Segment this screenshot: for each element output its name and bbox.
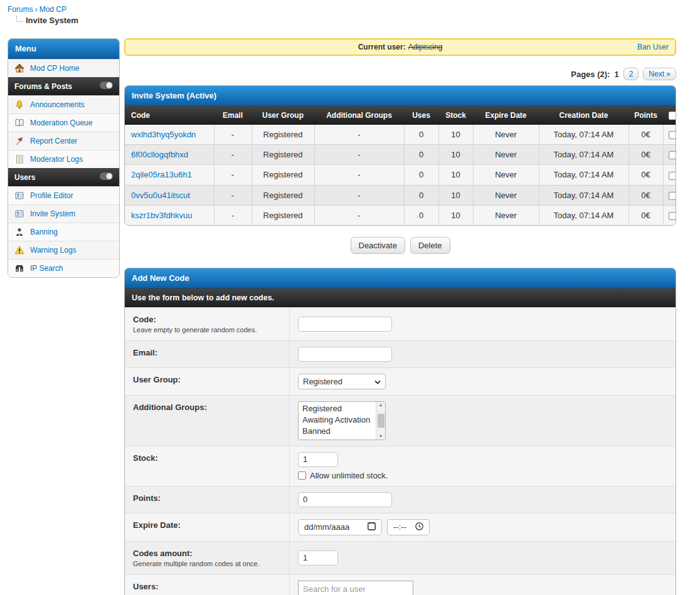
points-input[interactable] <box>298 492 392 507</box>
stock-input[interactable] <box>298 452 338 467</box>
row-checkbox[interactable] <box>669 172 676 180</box>
bulk-actions: Deactivate Delete <box>124 237 676 254</box>
time-placeholder: --:-- <box>393 522 406 532</box>
pages-label: Pages (2): <box>571 70 610 79</box>
column-header-expire-date: Expire Date <box>473 106 539 125</box>
invite-code-link[interactable]: 2qile05ra13u6h1 <box>131 170 192 179</box>
profile-card-icon <box>14 191 24 201</box>
user-group-label: User Group: <box>133 375 281 384</box>
scroll-down-icon[interactable]: ▼ <box>379 434 383 439</box>
clock-icon[interactable] <box>415 522 423 532</box>
sidebar-item-label: Moderator Logs <box>30 155 83 164</box>
codes-amount-label: Codes amount: <box>133 549 281 558</box>
deactivate-button[interactable]: Deactivate <box>351 237 405 254</box>
listbox-scrollbar[interactable]: ▲ ▼ <box>376 402 385 440</box>
sidebar-item-label: Profile Editor <box>30 191 73 200</box>
warning-icon <box>14 245 24 255</box>
sidebar-item-label: Invite System <box>30 209 75 218</box>
invite-code-link[interactable]: 6f00cllogqfbhxd <box>131 150 188 159</box>
row-checkbox[interactable] <box>669 131 676 139</box>
listbox-option[interactable]: Awaiting Activation <box>302 414 376 426</box>
stock-label: Stock: <box>133 453 281 463</box>
user-search-input[interactable] <box>298 581 413 595</box>
row-checkbox[interactable] <box>669 151 676 159</box>
codes-amount-input[interactable] <box>298 550 338 566</box>
email-label: Email: <box>133 348 281 357</box>
row-checkbox[interactable] <box>669 192 676 200</box>
table-row: 2qile05ra13u6h1 - Registered - 0 10 Neve… <box>125 165 676 185</box>
scroll-up-icon[interactable]: ▲ <box>379 403 383 408</box>
home-icon <box>14 63 24 73</box>
form-row-users: Users: <box>125 574 676 595</box>
column-header-user-group: User Group <box>252 106 314 125</box>
table-row: kszr1bv3fdhkvuu - Registered - 0 10 Neve… <box>125 205 676 225</box>
form-row-email: Email: <box>125 340 676 367</box>
column-header-uses: Uses <box>404 106 438 125</box>
select-all-checkbox[interactable] <box>669 112 677 120</box>
scrollbar-thumb[interactable] <box>378 414 384 428</box>
user-icon <box>14 227 24 237</box>
unlimited-stock-checkbox[interactable] <box>298 471 306 480</box>
invite-code-link[interactable]: kszr1bv3fdhkvuu <box>131 211 193 220</box>
listbox-option[interactable]: Banned <box>302 426 376 437</box>
form-row-code: Code: Leave empty to generate random cod… <box>125 307 676 340</box>
column-header-code: Code <box>125 106 214 125</box>
additional-groups-label: Additional Groups: <box>133 403 281 412</box>
column-header-select-all <box>663 106 676 125</box>
email-input[interactable] <box>298 347 392 362</box>
book-icon <box>14 118 24 128</box>
sidebar-item-profile-editor[interactable]: Profile Editor <box>8 186 119 204</box>
tree-connector-icon <box>16 16 23 22</box>
breadcrumb-link-modcp[interactable]: Mod CP <box>40 5 66 14</box>
current-page-number: 1 <box>614 70 618 79</box>
expire-time-input[interactable]: --:-- <box>387 519 430 535</box>
sidebar-item-announcements[interactable]: Announcements <box>8 95 119 113</box>
code-input[interactable] <box>298 317 392 332</box>
invite-table-title: Invite System (Active) <box>125 86 676 106</box>
column-header-points: Points <box>628 106 663 125</box>
sidebar-item-moderator-logs[interactable]: Moderator Logs <box>8 150 119 168</box>
ban-user-link[interactable]: Ban User <box>637 43 669 51</box>
sidebar-category-users[interactable]: Users <box>8 168 119 186</box>
breadcrumb-link-forums[interactable]: Forums <box>8 5 33 14</box>
sidebar-item-modcp-home[interactable]: Mod CP Home <box>8 59 119 77</box>
sidebar: Menu Mod CP Home Forums & Posts Announce… <box>8 38 120 278</box>
date-placeholder: dd/mm/aaaa <box>304 522 349 532</box>
invite-table: Code Email User Group Additional Groups … <box>125 106 676 225</box>
sidebar-item-banning[interactable]: Banning <box>8 223 119 241</box>
toggle-icon[interactable] <box>100 82 113 91</box>
form-row-codes-amount: Codes amount: Generate multiple random c… <box>125 541 676 574</box>
sidebar-item-invite-system[interactable]: Invite System <box>8 204 119 223</box>
sidebar-item-ip-search[interactable]: IP Search <box>8 259 119 277</box>
breadcrumb-separator: › <box>35 5 38 14</box>
sidebar-category-label: Users <box>14 173 35 182</box>
toggle-icon[interactable] <box>100 172 113 182</box>
sidebar-category-forums-posts[interactable]: Forums & Posts <box>8 77 119 95</box>
form-row-user-group: User Group: Registered <box>125 367 676 395</box>
sidebar-item-label: Report Center <box>30 137 77 145</box>
code-label: Code: <box>133 315 281 324</box>
page-2-button[interactable]: 2 <box>623 68 639 80</box>
calendar-icon[interactable] <box>368 522 376 532</box>
next-page-button[interactable]: Next » <box>643 68 676 80</box>
row-checkbox[interactable] <box>669 212 676 220</box>
log-icon <box>14 154 24 164</box>
sidebar-category-label: Forums & Posts <box>14 82 72 91</box>
add-code-title: Add New Code <box>125 268 676 288</box>
column-header-additional-groups: Additional Groups <box>314 106 404 125</box>
sidebar-item-label: Banning <box>30 228 58 236</box>
delete-button[interactable]: Delete <box>410 237 450 254</box>
users-label: Users: <box>133 582 281 591</box>
listbox-option[interactable]: Registered <box>302 403 376 414</box>
sidebar-item-label: Announcements <box>30 100 85 109</box>
sidebar-item-moderation-queue[interactable]: Moderation Queue <box>8 113 119 132</box>
user-group-select[interactable]: Registered <box>298 374 386 389</box>
invite-code-link[interactable]: 0vv5u0u41itscut <box>131 191 190 200</box>
codes-amount-description: Generate multiple random codes at once. <box>133 560 281 567</box>
sidebar-item-warning-logs[interactable]: Warning Logs <box>8 241 119 259</box>
sidebar-item-label: IP Search <box>30 264 63 273</box>
expire-date-input[interactable]: dd/mm/aaaa <box>298 519 382 535</box>
invite-code-link[interactable]: wxlhd3hyq5yokdn <box>131 130 196 139</box>
sidebar-item-report-center[interactable]: Report Center <box>8 132 119 150</box>
additional-groups-listbox[interactable]: Registered Awaiting Activation Banned ▲ … <box>298 401 386 440</box>
